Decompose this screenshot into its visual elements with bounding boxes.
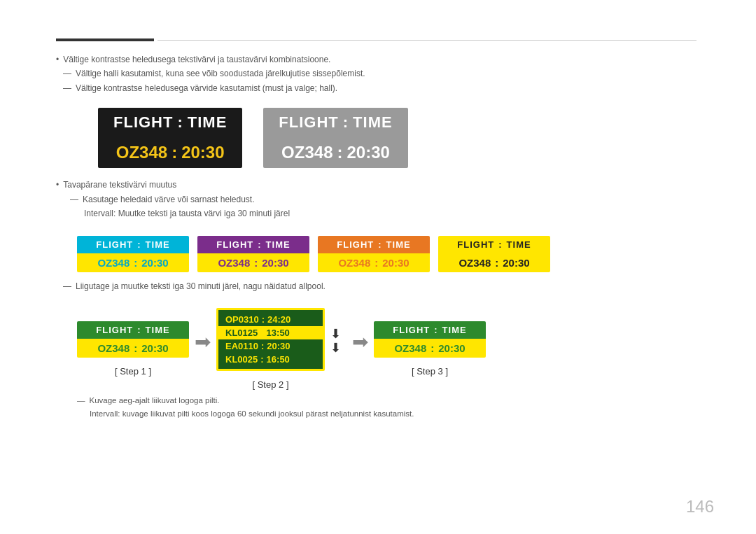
card-orange-yellow-header: FLIGHT : TIME [318, 236, 430, 253]
card-purple-yellow-data: OZ348 : 20:30 [197, 253, 309, 272]
arrow-right-1: ➡ [195, 330, 211, 353]
card-cyan-yellow-header: FLIGHT : TIME [77, 236, 189, 253]
top-line-dark [56, 38, 154, 41]
card-yellow-black-header: FLIGHT : TIME [438, 236, 550, 253]
step-1-item: FLIGHT : TIME OZ348 : 20:30 [ Step 1 ] [77, 321, 189, 377]
card-gray-white: FLIGHT : TIME OZ348 : 20:30 [263, 108, 407, 168]
step-2-item: OP0310 : 24:20 KL0125 : 13:50 EA0110 : 2… [216, 308, 325, 390]
bullet-1: • Vältige kontrastse heledusega tekstivä… [56, 52, 700, 66]
card-purple-yellow: FLIGHT : TIME OZ348 : 20:30 [197, 236, 309, 272]
scroll-card: OP0310 : 24:20 KL0125 : 13:50 EA0110 : 2… [216, 308, 325, 371]
card-green-step3: FLIGHT : TIME OZ348 : 20:30 [374, 321, 486, 358]
scroll-row-0: OP0310 : 24:20 [218, 313, 323, 326]
card-gray-white-header: FLIGHT : TIME [263, 108, 407, 137]
scroll-row-2: EA0110 : 20:30 [218, 339, 323, 353]
card-green-step1-header: FLIGHT : TIME [77, 321, 189, 339]
card-green-step3-data: OZ348 : 20:30 [374, 339, 486, 358]
step-3-label: [ Step 3 ] [412, 366, 448, 377]
arrow-right-2: ➡ [352, 330, 368, 353]
card-yellow-black: FLIGHT : TIME OZ348 : 20:30 [438, 236, 550, 272]
card-green-step1-data: OZ348 : 20:30 [77, 339, 189, 358]
small-cards-section: FLIGHT : TIME OZ348 : 20:30 FLIGHT : TIM… [77, 236, 700, 272]
card-cyan-yellow-data: OZ348 : 20:30 [77, 253, 189, 272]
card-green-step1: FLIGHT : TIME OZ348 : 20:30 [77, 321, 189, 358]
step-1-label: [ Step 1 ] [115, 366, 151, 377]
step-3-item: FLIGHT : TIME OZ348 : 20:30 [ Step 3 ] [374, 321, 486, 377]
card-orange-yellow-data: OZ348 : 20:30 [318, 253, 430, 272]
scroll-row-1: KL0125 : 13:50 [218, 326, 323, 339]
page-number: 146 [686, 497, 714, 517]
bottom-dash-1: Kuvage aeg-ajalt liikuvat logoga pilti. [77, 394, 700, 408]
card-gray-white-data: OZ348 : 20:30 [263, 137, 407, 168]
card-purple-yellow-header: FLIGHT : TIME [197, 236, 309, 253]
dash-1: Vältige halli kasutamist, kuna see võib … [56, 66, 700, 80]
card-green-step3-header: FLIGHT : TIME [374, 321, 486, 339]
card-yellow-black-data: OZ348 : 20:30 [438, 253, 550, 272]
step-2-label: [ Step 2 ] [252, 379, 288, 390]
bottom-text-block: Kuvage aeg-ajalt liikuvat logoga pilti. … [77, 394, 700, 421]
scroll-row-3: KL0025 : 16:50 [218, 353, 323, 366]
top-text-block: • Vältige kontrastse heledusega tekstivä… [56, 52, 700, 95]
top-line-light [158, 40, 696, 41]
steps-section: FLIGHT : TIME OZ348 : 20:30 [ Step 1 ] ➡… [77, 308, 700, 390]
card-cyan-yellow: FLIGHT : TIME OZ348 : 20:30 [77, 236, 189, 272]
arrows-down: ⬇ ⬇ [330, 328, 341, 356]
steps-dash-1: Liigutage ja muutke teksti iga 30 minuti… [56, 279, 700, 293]
page-container: • Vältige kontrastse heledusega tekstivä… [0, 0, 756, 534]
middle-bullet-1: • Tavapärane tekstivärvi muutus [56, 178, 700, 192]
middle-dash-1: Kasutage heledaid värve või sarnast hele… [56, 192, 700, 206]
large-cards-section: FLIGHT : TIME OZ348 : 20:30 FLIGHT : TIM… [98, 108, 700, 168]
dash-2: Vältige kontrastse heledusega värvide ka… [56, 81, 700, 95]
card-dark-yellow: FLIGHT : TIME OZ348 : 20:30 [98, 108, 242, 168]
steps-text-block: Liigutage ja muutke teksti iga 30 minuti… [56, 279, 700, 293]
bottom-dash-2: Intervall: kuvage liikuvat pilti koos lo… [77, 407, 700, 421]
middle-dash-2: Intervall: Muutke teksti ja tausta värvi… [56, 206, 700, 220]
middle-text-block: • Tavapärane tekstivärvi muutus Kasutage… [56, 178, 700, 220]
card-dark-yellow-header: FLIGHT : TIME [98, 108, 242, 137]
card-orange-yellow: FLIGHT : TIME OZ348 : 20:30 [318, 236, 430, 272]
card-dark-yellow-data: OZ348 : 20:30 [98, 137, 242, 168]
